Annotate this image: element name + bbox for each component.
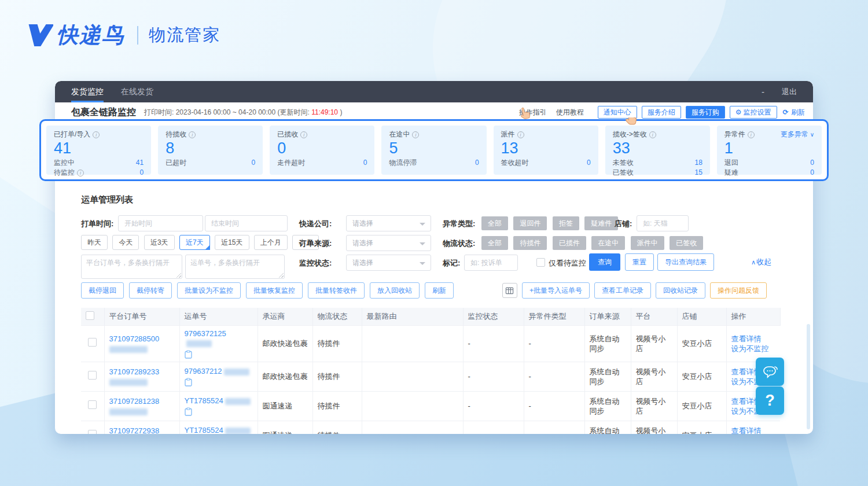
- info-icon[interactable]: [93, 131, 100, 138]
- waybill-number-link[interactable]: YT1785524: [185, 396, 223, 405]
- only-monitor-checkbox[interactable]: [536, 258, 545, 267]
- logistics-status-option[interactable]: 已签收: [670, 236, 703, 250]
- minimize-button[interactable]: -: [762, 87, 764, 97]
- logistics-status-option[interactable]: 全部: [481, 236, 508, 250]
- stat-card[interactable]: 已揽收 0 走件超时 0: [270, 126, 374, 175]
- quick-range-button[interactable]: 近3天: [144, 235, 175, 250]
- info-icon[interactable]: [77, 170, 84, 176]
- row-checkbox[interactable]: [88, 430, 97, 434]
- row-checkbox[interactable]: [88, 371, 97, 380]
- batch-action-button[interactable]: 截停转寄: [129, 282, 172, 299]
- copy-icon[interactable]: [185, 378, 192, 386]
- monitor-settings-button[interactable]: ⚙ 监控设置: [730, 106, 777, 119]
- stat-sub-row: 待监控 0: [54, 168, 144, 178]
- batch-action-button[interactable]: 截停退回: [81, 282, 124, 299]
- reset-button[interactable]: 重置: [625, 253, 654, 271]
- row-checkbox[interactable]: [88, 400, 97, 409]
- quick-range-button[interactable]: 今天: [112, 235, 139, 250]
- list-tool-button[interactable]: 查看工单记录: [594, 282, 651, 299]
- abnormal-type-option[interactable]: 拒签: [553, 216, 579, 230]
- export-button[interactable]: 导出查询结果: [657, 253, 714, 271]
- copy-icon[interactable]: [185, 350, 192, 359]
- platform-cell: 视频号小店: [631, 325, 677, 362]
- quick-range-button[interactable]: 近7天: [179, 235, 210, 250]
- logistics-status-option[interactable]: 派件中: [631, 236, 664, 250]
- select-all-checkbox[interactable]: [86, 311, 94, 320]
- abnormal-type-option[interactable]: 全部: [481, 216, 508, 230]
- batch-action-button[interactable]: 批量转签收件: [308, 282, 365, 299]
- quick-range-button[interactable]: 上个月: [254, 235, 288, 250]
- quick-range-button[interactable]: 昨天: [81, 235, 108, 250]
- abnormal-type-option[interactable]: 疑难件: [584, 216, 618, 230]
- order-number-link[interactable]: 371097288500: [109, 334, 160, 343]
- courier-select[interactable]: 请选择: [346, 215, 431, 231]
- batch-action-button[interactable]: 刷新: [425, 282, 454, 299]
- info-icon[interactable]: [412, 131, 419, 138]
- batch-action-button[interactable]: 放入回收站: [370, 282, 420, 299]
- column-settings-button[interactable]: [502, 283, 517, 298]
- dropdown-caret-icon: [420, 223, 425, 226]
- info-icon[interactable]: [748, 131, 755, 138]
- stat-title: 揽收->签收: [613, 130, 647, 139]
- order-number-link[interactable]: 371097272938: [109, 426, 160, 434]
- info-icon[interactable]: [517, 131, 524, 138]
- date-start-input[interactable]: [118, 215, 203, 231]
- stat-card[interactable]: 在途中 5 物流停滞 0: [381, 126, 486, 175]
- logistics-status-group: 全部 待揽件 已揽件 在途中 派件中 已签收: [481, 236, 706, 250]
- collapse-link[interactable]: ∧收起: [751, 257, 771, 267]
- stat-card[interactable]: 待揽收 8 已超时 0: [158, 126, 263, 175]
- stat-card[interactable]: 派件 13 签收超时 0: [494, 126, 598, 175]
- header-link[interactable]: 使用教程: [556, 108, 584, 117]
- waybill-number-link[interactable]: 979637212: [185, 367, 222, 375]
- view-detail-link[interactable]: 查看详情: [731, 426, 776, 434]
- batch-action-button[interactable]: 批量恢复监控: [246, 282, 303, 299]
- tag-filter-input[interactable]: [464, 255, 518, 271]
- header-link[interactable]: 操作指引: [519, 108, 547, 117]
- stat-card[interactable]: 揽收->签收 33 未签收 18 已签收 15: [605, 126, 710, 175]
- shop-filter-input[interactable]: [637, 215, 689, 231]
- exit-button[interactable]: 退出: [782, 87, 797, 97]
- header-outline-button[interactable]: 服务介绍: [642, 106, 681, 119]
- list-tool-button[interactable]: 回收站记录: [656, 282, 705, 299]
- list-tool-button[interactable]: 操作问题反馈: [710, 282, 767, 299]
- set-unmonitor-link[interactable]: 设为不监控: [731, 344, 776, 354]
- table-column-header: 异常件类型: [524, 308, 584, 325]
- stat-card[interactable]: 已打单/导入 41 监控中 41 待监控 0: [46, 126, 151, 175]
- window-tab[interactable]: 发货监控: [71, 81, 104, 102]
- waybill-number-link[interactable]: 9796372125: [185, 329, 226, 338]
- order-number-link[interactable]: 371097289233: [109, 367, 160, 376]
- more-abnormal-link[interactable]: 更多异常: [781, 130, 814, 139]
- table-scrollbar[interactable]: [807, 324, 810, 429]
- info-icon[interactable]: [189, 131, 196, 138]
- query-button[interactable]: 查询: [589, 253, 620, 271]
- chat-float-button[interactable]: [756, 358, 784, 386]
- row-checkbox[interactable]: [88, 338, 97, 347]
- table-row: 371097288500 9796372125 邮政快递包裹 待揽件: [81, 325, 780, 362]
- info-icon[interactable]: [300, 131, 307, 138]
- order-number-link[interactable]: 371097281238: [109, 397, 160, 406]
- logistics-status-option[interactable]: 已揽件: [553, 236, 586, 250]
- window-tab[interactable]: 在线发货: [121, 81, 153, 102]
- courier-select-label: 快递公司:: [299, 219, 332, 229]
- quick-range-button[interactable]: 近15天: [215, 235, 249, 250]
- info-icon[interactable]: [649, 131, 656, 138]
- order-no-textarea[interactable]: [81, 255, 182, 279]
- header-outline-button[interactable]: 通知中心: [598, 106, 637, 119]
- header-refresh-button[interactable]: ⟳ 刷新: [783, 108, 805, 117]
- batch-action-button[interactable]: 批量设为不监控: [177, 282, 241, 299]
- service-order-button[interactable]: 服务订购: [686, 106, 725, 119]
- stat-card[interactable]: 异常件 更多异常 1 退回 0 疑难 0: [717, 126, 822, 175]
- abnormal-type-option[interactable]: 退回件: [513, 216, 547, 230]
- list-tool-button[interactable]: +批量导入运单号: [522, 282, 590, 299]
- monitor-status-select[interactable]: 请选择: [346, 255, 431, 271]
- waybill-number-link[interactable]: YT1785524: [185, 426, 223, 434]
- logistics-status-option[interactable]: 待揽件: [513, 236, 547, 250]
- logistics-status-option[interactable]: 在途中: [591, 236, 625, 250]
- carrier-cell: 邮政快递包裹: [258, 325, 312, 362]
- view-detail-link[interactable]: 查看详情: [731, 334, 776, 344]
- date-end-input[interactable]: [205, 215, 288, 231]
- help-float-button[interactable]: ?: [756, 386, 784, 415]
- waybill-no-textarea[interactable]: [185, 255, 285, 279]
- copy-icon[interactable]: [185, 407, 192, 416]
- order-source-select[interactable]: 请选择: [346, 235, 431, 251]
